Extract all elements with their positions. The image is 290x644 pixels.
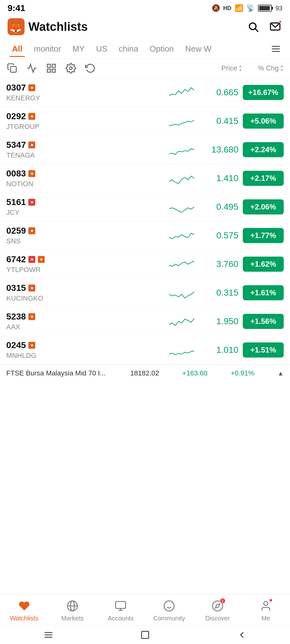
ticker-expand-icon[interactable]: ▲ <box>277 370 284 377</box>
header-actions <box>246 19 282 34</box>
bottom-nav: Watchlists Markets Accounts <box>0 594 290 625</box>
stock-info: 6742 ■ ■ YTLPOWR <box>6 254 160 274</box>
stock-change-badge: +2.24% <box>243 142 284 157</box>
stock-code-row: 0307 ■ <box>6 83 160 93</box>
stock-name: YTLPOWR <box>6 266 160 274</box>
stock-code-row: 6742 ■ ■ <box>6 254 160 264</box>
system-back-button[interactable] <box>234 627 250 643</box>
app-logo: 🦊 <box>8 18 25 35</box>
tab-us[interactable]: US <box>90 41 113 57</box>
mute-icon: 🔕 <box>212 4 220 12</box>
ticker-bar[interactable]: FTSE Bursa Malaysia Mid 70 I... 18182.02… <box>0 364 290 382</box>
chart-icon[interactable] <box>26 62 38 74</box>
svg-rect-8 <box>47 69 50 72</box>
stock-name: KENERGY <box>6 94 160 102</box>
stock-mini-chart <box>166 342 197 358</box>
accounts-icon <box>114 599 128 613</box>
stock-tag: ■ <box>28 227 35 234</box>
price-column-header[interactable]: Price ▲▼ <box>221 64 242 72</box>
table-row[interactable]: 6742 ■ ■ YTLPOWR 3.760 +1.62% <box>0 250 290 279</box>
battery-icon <box>258 5 272 12</box>
stock-price: 0.495 <box>204 202 238 212</box>
stock-info: 5238 ■ AAX <box>6 312 160 331</box>
svg-rect-24 <box>141 631 149 638</box>
table-row[interactable]: 5161 ■ JCY 0.495 +2.06% <box>0 193 290 221</box>
tab-option[interactable]: Option <box>144 41 179 57</box>
nav-watchlists[interactable]: Watchlists <box>9 599 40 622</box>
ticker-pct: +0.91% <box>230 369 254 377</box>
stock-change-badge: +5.06% <box>243 114 284 129</box>
tabs-menu-button[interactable] <box>268 43 284 54</box>
stock-code: 0292 <box>6 111 26 121</box>
stock-name: JTGROUP <box>6 123 160 131</box>
battery-level: 93 <box>276 5 282 12</box>
stock-mini-chart <box>166 142 197 158</box>
table-row[interactable]: 5238 ■ AAX 1.950 +1.56% <box>0 307 290 336</box>
nav-accounts-label: Accounts <box>108 615 134 622</box>
tab-monitor[interactable]: monitor <box>28 41 67 57</box>
system-menu-button[interactable] <box>41 627 56 643</box>
stock-code: 0259 <box>6 226 26 236</box>
stock-mini-chart <box>166 170 197 186</box>
stock-code: 6742 <box>6 254 26 264</box>
svg-rect-9 <box>52 69 55 72</box>
tab-new[interactable]: New W <box>179 41 217 57</box>
stock-price: 13.680 <box>204 145 238 155</box>
refresh-icon[interactable] <box>84 62 96 74</box>
tab-all[interactable]: All <box>6 41 28 57</box>
nav-markets[interactable]: Markets <box>57 599 88 622</box>
settings-icon[interactable] <box>65 62 77 74</box>
nav-discover[interactable]: 1 Discover <box>202 599 233 622</box>
stock-code-row: 0259 ■ <box>6 226 160 236</box>
table-row[interactable]: 0292 ■ JTGROUP 0.415 +5.06% <box>0 107 290 136</box>
stock-code-row: 0245 ■ <box>6 340 160 350</box>
copy-icon[interactable] <box>6 62 18 74</box>
table-row[interactable]: 0259 ■ SNS 0.575 +1.77% <box>0 221 290 250</box>
search-button[interactable] <box>246 19 260 34</box>
table-row[interactable]: 0315 ■ KUCINGKO 0.315 +1.61% <box>0 279 290 307</box>
stock-mini-chart <box>166 228 197 243</box>
table-row[interactable]: 0083 ■ NOTION 1.410 +2.17% <box>0 164 290 193</box>
stock-price: 1.410 <box>204 173 238 183</box>
stock-info: 0292 ■ JTGROUP <box>6 111 160 131</box>
stock-code: 0083 <box>6 169 26 179</box>
stock-change-badge: +1.51% <box>243 342 284 358</box>
stock-change-badge: +16.67% <box>243 85 284 100</box>
table-row[interactable]: 0245 ■ MNHLDG 1.010 +1.51% <box>0 336 290 364</box>
nav-community-label: Community <box>153 615 185 622</box>
stock-mini-chart <box>166 199 197 215</box>
stock-change-badge: +1.62% <box>243 257 284 272</box>
stock-mini-chart <box>166 285 197 301</box>
header-left: 🦊 Watchlists <box>8 18 88 35</box>
markets-icon <box>65 599 79 613</box>
price-sort-arrows: ▲▼ <box>238 64 242 72</box>
table-row[interactable]: 0307 ■ KENERGY 0.665 +16.67% <box>0 78 290 107</box>
grid-icon[interactable] <box>45 62 57 74</box>
table-row[interactable]: 5347 ■ TENAGA 13.680 +2.24% <box>0 136 290 164</box>
stock-price: 0.575 <box>204 230 238 241</box>
nav-community[interactable]: Community <box>153 599 185 622</box>
nav-discover-label: Discover <box>205 615 230 622</box>
stock-code: 5238 <box>6 312 26 322</box>
system-nav-bar <box>0 625 290 644</box>
stock-price: 3.760 <box>204 259 238 269</box>
stock-code: 5161 <box>6 197 26 207</box>
tab-my[interactable]: MY <box>67 41 90 57</box>
svg-rect-6 <box>47 64 50 67</box>
signal-icon: 📶 <box>235 4 243 12</box>
stock-tag: ■ <box>28 313 35 320</box>
discover-icon: 1 <box>211 599 225 613</box>
pct-sort-arrows: ▲▼ <box>280 64 284 72</box>
stock-name: MNHLDG <box>6 352 160 360</box>
messages-button[interactable] <box>268 19 282 34</box>
pct-chg-column-header[interactable]: % Chg ▲▼ <box>258 64 284 72</box>
svg-rect-14 <box>116 602 126 608</box>
stock-name: JCY <box>6 208 160 217</box>
system-home-button[interactable] <box>137 627 153 643</box>
nav-me[interactable]: Me <box>250 599 281 622</box>
list-toolbar: Price ▲▼ % Chg ▲▼ <box>0 58 290 78</box>
watchlists-icon <box>17 599 31 613</box>
tab-china[interactable]: china <box>113 41 144 57</box>
stock-info: 0259 ■ SNS <box>6 226 160 245</box>
nav-accounts[interactable]: Accounts <box>105 599 136 622</box>
